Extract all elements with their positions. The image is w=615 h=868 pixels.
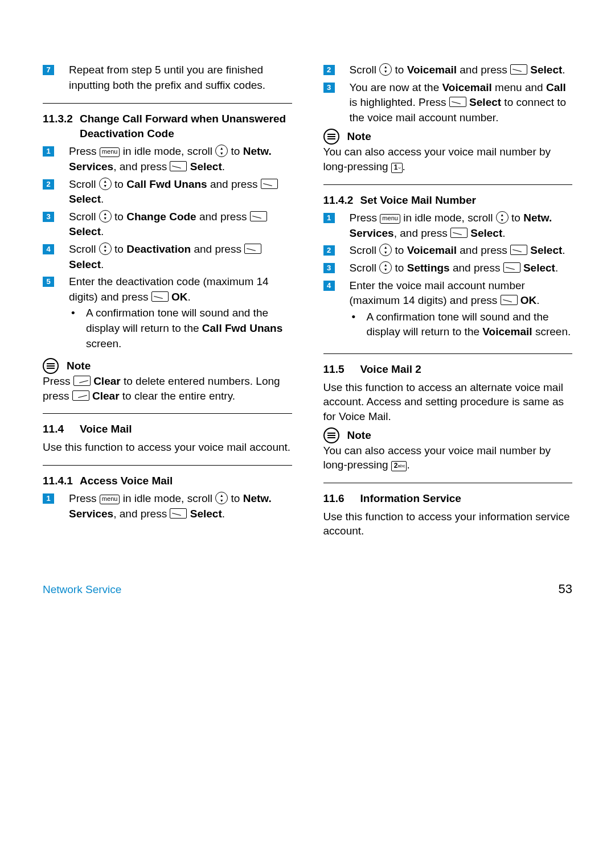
nav-wheel-icon <box>99 210 112 223</box>
divider <box>323 483 573 483</box>
step-text: You are now at the Voicemail menu and Ca… <box>350 80 573 126</box>
divider <box>43 103 292 104</box>
step-text: Scroll to Voicemail and press Select. <box>350 63 573 78</box>
nav-wheel-icon <box>99 242 112 255</box>
left-softkey-icon <box>250 211 267 221</box>
left-column: 7 Repeat from step 5 until you are finis… <box>43 63 292 542</box>
step-number-badge: 2 <box>43 179 54 190</box>
footer-section-name: Network Service <box>43 583 121 596</box>
step-number-badge: 1 <box>43 146 54 157</box>
step-number-badge: 3 <box>323 263 335 273</box>
step-number-badge: 2 <box>323 245 335 256</box>
step-item: 3 Scroll to Settings and press Select. <box>323 261 573 276</box>
step-text: Scroll to Change Code and press Select. <box>69 209 292 240</box>
step-item: 7 Repeat from step 5 until you are finis… <box>43 63 292 93</box>
step-number-badge: 4 <box>323 281 335 291</box>
note-heading: Note <box>323 129 573 145</box>
heading-11-4: 11.4 Voice Mail <box>43 422 292 437</box>
step-item: 4 Enter the voice mail account number (m… <box>323 278 573 343</box>
menu-key-icon: menu <box>100 495 120 504</box>
nav-wheel-icon <box>379 63 392 76</box>
step-text: Scroll to Settings and press Select. <box>350 261 573 276</box>
left-softkey-icon <box>450 228 468 238</box>
heading-11-4-2: 11.4.2 Set Voice Mail Number <box>323 193 573 208</box>
step-text: Scroll to Voicemail and press Select. <box>350 243 573 258</box>
heading-11-4-1: 11.4.1 Access Voice Mail <box>43 474 292 488</box>
heading-11-3-2: 11.3.2 Change Call Forward when Unanswer… <box>43 112 292 141</box>
note-icon <box>323 129 339 145</box>
note-text: Press Clear to delete entered numbers. L… <box>43 374 292 403</box>
step-item: 3 Scroll to Change Code and press Select… <box>43 209 292 240</box>
step-text: Press menu in idle mode, scroll to Netw.… <box>69 491 292 521</box>
divider <box>43 465 292 466</box>
step-number-badge: 7 <box>43 65 54 75</box>
left-softkey-icon <box>449 97 466 107</box>
left-softkey-icon <box>503 262 520 273</box>
step-number-badge: 4 <box>43 244 54 254</box>
digit-1-key-icon: 1⌣ <box>391 163 403 173</box>
step-text: Scroll to Deactivation and press Select. <box>69 242 292 272</box>
left-softkey-icon <box>151 291 169 302</box>
paragraph: Use this function to access your informa… <box>323 509 573 538</box>
step-number-badge: 1 <box>323 213 335 223</box>
heading-11-6: 11.6 Information Service <box>323 491 573 506</box>
step-number-badge: 5 <box>43 277 54 287</box>
divider <box>323 184 573 185</box>
right-column: 2 Scroll to Voicemail and press Select. … <box>323 63 573 542</box>
step-text: Scroll to Call Fwd Unans and press Selec… <box>69 177 292 207</box>
heading-11-5: 11.5 Voice Mail 2 <box>323 362 573 377</box>
note-icon <box>323 427 339 443</box>
right-softkey-icon <box>73 376 91 386</box>
step-number-badge: 1 <box>43 493 54 504</box>
left-softkey-icon <box>170 161 187 171</box>
paragraph: Use this function to access an alternate… <box>323 380 573 424</box>
left-softkey-icon <box>261 179 278 189</box>
divider <box>43 413 292 414</box>
step-number-badge: 2 <box>323 65 335 75</box>
step-text: Repeat from step 5 until you are finishe… <box>69 63 292 93</box>
nav-wheel-icon <box>379 261 392 274</box>
step-item: 2 Scroll to Voicemail and press Select. <box>323 63 573 78</box>
step-number-badge: 3 <box>43 212 54 222</box>
step-item: 2 Scroll to Voicemail and press Select. <box>323 243 573 258</box>
step-item: 2 Scroll to Call Fwd Unans and press Sel… <box>43 177 292 207</box>
nav-wheel-icon <box>379 244 392 256</box>
step-item: 1 Press menu in idle mode, scroll to Net… <box>43 144 292 174</box>
step-text: Press menu in idle mode, scroll to Netw.… <box>69 144 292 174</box>
digit-2-key-icon: 2abc <box>391 461 407 471</box>
right-softkey-icon <box>72 390 89 401</box>
step-item: 1 Press menu in idle mode, scroll to Net… <box>323 211 573 241</box>
step-item: 4 Scroll to Deactivation and press Selec… <box>43 242 292 272</box>
step-item: 3 You are now at the Voicemail menu and … <box>323 80 573 126</box>
left-softkey-icon <box>170 508 187 519</box>
step-text: Enter the voice mail account number (max… <box>350 278 573 343</box>
nav-wheel-icon <box>215 145 228 157</box>
step-number-badge: 3 <box>323 83 335 93</box>
menu-key-icon: menu <box>380 214 400 224</box>
left-softkey-icon <box>510 64 527 75</box>
note-icon <box>43 358 59 374</box>
step-item: 5 Enter the deactivation code (maximum 1… <box>43 274 292 355</box>
note-heading: Note <box>323 427 573 443</box>
note-heading: Note <box>43 358 292 374</box>
footer-page-number: 53 <box>559 582 572 597</box>
page-footer: Network Service 53 <box>43 582 572 597</box>
nav-wheel-icon <box>99 178 112 190</box>
left-softkey-icon <box>510 245 527 255</box>
menu-key-icon: menu <box>100 147 120 157</box>
left-softkey-icon <box>501 295 518 305</box>
step-text: Enter the deactivation code (maximum 14 … <box>69 274 292 355</box>
paragraph: Use this function to access your voice m… <box>43 440 292 455</box>
step-text: Press menu in idle mode, scroll to Netw.… <box>350 211 573 241</box>
left-softkey-icon <box>244 244 261 254</box>
nav-wheel-icon <box>215 492 228 504</box>
note-text: You can also access your voice mail numb… <box>323 443 573 472</box>
note-text: You can also access your voice mail numb… <box>323 145 573 174</box>
divider <box>323 353 573 354</box>
step-item: 1 Press menu in idle mode, scroll to Net… <box>43 491 292 521</box>
nav-wheel-icon <box>496 211 509 224</box>
sub-bullet: • A confirmation tone will sound and the… <box>69 306 292 351</box>
sub-bullet: • A confirmation tone will sound and the… <box>350 310 573 340</box>
